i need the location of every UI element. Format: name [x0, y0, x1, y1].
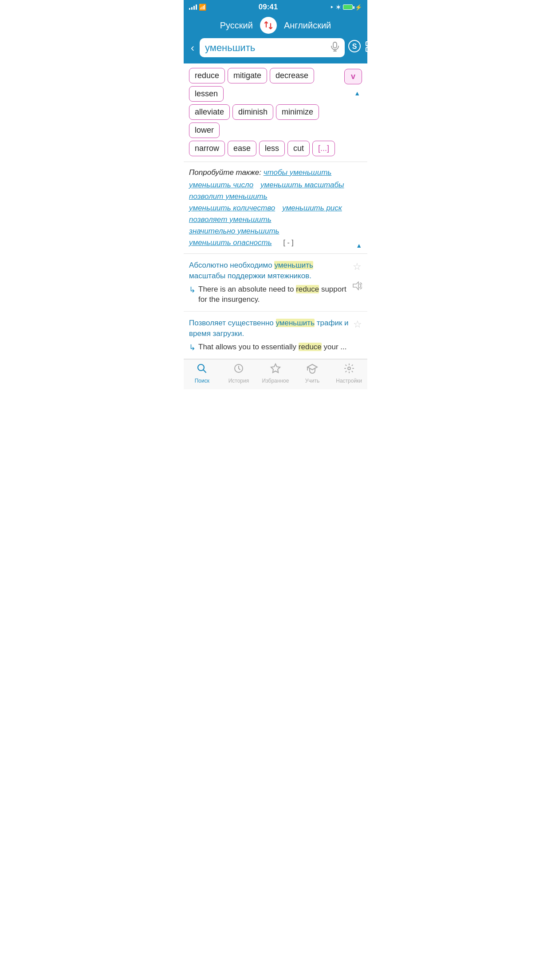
battery-icon [343, 4, 353, 10]
collapse-also-try-button[interactable]: [ - ] [283, 239, 294, 247]
synonym-lessen[interactable]: lessen [189, 86, 224, 102]
status-time: 09:41 [259, 3, 278, 12]
also-try-link-4[interactable]: позволит уменьшить [189, 192, 268, 201]
also-try-row-5: значительно уменьшить [189, 227, 362, 236]
also-try-section: Попробуйте также: чтобы уменьшить уменьш… [184, 162, 367, 254]
sentence-2-russian: Позволяет существенно уменьшить трафик и… [189, 318, 350, 339]
nav-item-settings[interactable]: Настройки [336, 363, 362, 384]
charge-icon: ⚡ [355, 4, 362, 11]
grid-icon[interactable] [365, 41, 367, 55]
also-try-label: Попробуйте также: [189, 168, 264, 177]
also-try-row-6: уменьшить опасность [ - ] [189, 238, 362, 247]
target-language[interactable]: Английский [284, 20, 331, 31]
sentence-2-actions: ☆ [353, 318, 362, 352]
svg-point-14 [348, 367, 350, 370]
status-left: 📶 [189, 4, 206, 11]
sentence-2-favorite-button[interactable]: ☆ [353, 319, 362, 330]
synonym-diminish[interactable]: diminish [232, 104, 273, 120]
settings-nav-icon [344, 363, 354, 376]
bluetooth-icon: ✶ [336, 4, 341, 11]
v-filter-button[interactable]: v [344, 69, 362, 84]
sentence-1-russian: Абсолютно необходимо уменьшить масштабы … [189, 260, 349, 281]
shazam-icon[interactable]: S [348, 40, 361, 55]
search-nav-label: Поиск [195, 378, 209, 384]
sentence-2-arrow-icon: ↳ [189, 343, 196, 352]
synonyms-row-3: narrow ease less cut [...] [189, 141, 342, 156]
also-try-link-5[interactable]: уменьшить количество [189, 204, 275, 213]
also-try-link-1[interactable]: чтобы уменьшить [264, 168, 332, 177]
synonym-mitigate[interactable]: mitigate [228, 68, 267, 83]
also-try-link-7[interactable]: позволяет уменьшить [189, 215, 272, 224]
status-right: ‣ ✶ ⚡ [330, 4, 362, 11]
sentence-2-highlight-ru: уменьшить [276, 319, 315, 327]
learn-nav-label: Учить [305, 378, 319, 384]
also-try-link-6[interactable]: уменьшить риск [282, 204, 342, 213]
search-box [200, 38, 345, 57]
synonyms-row-1: reduce mitigate decrease lessen [189, 68, 342, 102]
bottom-navigation: Поиск История Избранное Учить [184, 359, 367, 389]
sentence-1-actions: ☆ [352, 260, 362, 305]
synonym-alleviate[interactable]: alleviate [189, 104, 230, 120]
also-try-link-8[interactable]: значительно уменьшить [189, 227, 279, 236]
location-icon: ‣ [330, 4, 334, 11]
sentence-item-1: Абсолютно необходимо уменьшить масштабы … [184, 254, 367, 312]
swap-languages-button[interactable] [260, 17, 277, 34]
collapse-synonyms-button[interactable]: ▲ [352, 88, 362, 99]
synonym-lower[interactable]: lower [189, 122, 220, 138]
signal-icon [189, 4, 197, 10]
history-nav-icon [233, 363, 244, 376]
sentence-2-english-row: ↳ That allows you to essentially reduce … [189, 342, 350, 352]
nav-item-history[interactable]: История [225, 363, 252, 384]
also-try-link-3[interactable]: уменьшить масштабы [260, 181, 344, 190]
sentence-1-highlight-ru: уменьшить [274, 261, 313, 269]
also-try-link-2[interactable]: уменьшить число [189, 181, 253, 190]
synonym-decrease[interactable]: decrease [270, 68, 314, 83]
also-try-row-2: позволит уменьшить [189, 192, 362, 201]
favorites-nav-label: Избранное [262, 378, 289, 384]
header: Русский Английский ‹ [184, 13, 367, 63]
also-try-row-1: уменьшить число уменьшить масштабы [189, 181, 362, 190]
also-try-link-9[interactable]: уменьшить опасность [189, 238, 272, 247]
synonym-minimize[interactable]: minimize [276, 104, 319, 120]
synonym-narrow[interactable]: narrow [189, 141, 225, 156]
microphone-icon[interactable] [331, 42, 339, 54]
svg-rect-5 [366, 42, 367, 46]
synonyms-section: reduce mitigate decrease lessen alleviat… [184, 63, 367, 162]
back-button[interactable]: ‹ [189, 40, 196, 56]
nav-item-favorites[interactable]: Избранное [262, 363, 289, 384]
svg-rect-7 [366, 47, 367, 51]
synonym-ease[interactable]: ease [228, 141, 256, 156]
nav-item-search[interactable]: Поиск [189, 363, 215, 384]
svg-text:S: S [352, 43, 357, 50]
also-try-header: Попробуйте также: чтобы уменьшить [189, 168, 362, 177]
sentence-1-content: Абсолютно необходимо уменьшить масштабы … [189, 260, 349, 305]
learn-nav-icon [307, 363, 318, 376]
collapse-also-try-arrow[interactable]: ▲ [356, 242, 362, 249]
search-input[interactable] [205, 42, 327, 54]
sentence-2-content: Позволяет существенно уменьшить трафик и… [189, 318, 350, 352]
synonym-reduce[interactable]: reduce [189, 68, 225, 83]
svg-marker-10 [353, 282, 358, 290]
sentences-section: Абсолютно необходимо уменьшить масштабы … [184, 254, 367, 359]
synonyms-row-2: alleviate diminish minimize lower [189, 104, 342, 138]
nav-item-learn[interactable]: Учить [299, 363, 326, 384]
settings-nav-label: Настройки [336, 378, 362, 384]
search-row: ‹ S [189, 38, 362, 57]
more-synonyms-button[interactable]: [...] [312, 141, 335, 156]
sentence-2-highlight-en: reduce [299, 343, 322, 351]
favorites-nav-icon [270, 363, 281, 376]
sentence-1-speaker-button[interactable] [352, 281, 362, 292]
also-try-row-4: позволяет уменьшить [189, 215, 362, 224]
source-language[interactable]: Русский [220, 20, 253, 31]
language-selector-row: Русский Английский [189, 17, 362, 34]
also-try-row-3: уменьшить количество уменьшить риск [189, 204, 362, 213]
sentence-1-favorite-button[interactable]: ☆ [353, 261, 362, 273]
sentence-item-2: Позволяет существенно уменьшить трафик и… [184, 312, 367, 359]
status-bar: 📶 09:41 ‣ ✶ ⚡ [184, 0, 367, 13]
sentence-1-english: There is an absolute need to reduce supp… [198, 284, 349, 305]
sentence-1-arrow-icon: ↳ [189, 285, 196, 295]
synonym-less[interactable]: less [259, 141, 285, 156]
svg-rect-0 [333, 42, 337, 48]
synonym-cut[interactable]: cut [287, 141, 310, 156]
header-icons: S [348, 40, 367, 55]
